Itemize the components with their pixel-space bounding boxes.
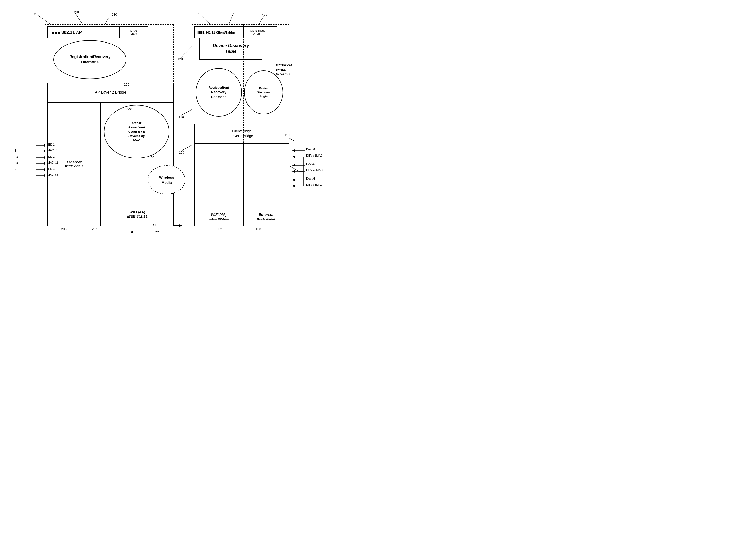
diagram: 200 201 IEEE 802.11 AP AP #1MAC 230 Regi… — [0, 0, 374, 280]
vertical-separator — [243, 24, 243, 226]
client-mac-label: Client/Bridge#1 MAC — [250, 29, 265, 36]
wifi-right-box: WIFI (4A)IEEE 802.11 — [194, 144, 243, 226]
ref-2r: 2r — [15, 167, 18, 171]
mac2-label: MAC #2 — [47, 161, 58, 164]
ref-102: 102 — [217, 227, 222, 231]
wireless-media-label: WirelessMedia — [159, 175, 174, 185]
client-bridge-layer2-box: Client/BridgeLayer 2 Bridge — [194, 124, 289, 144]
svg-marker-48 — [292, 164, 295, 167]
svg-line-1 — [75, 13, 83, 24]
wifi-left-box: List ofAssociatedClient (s) &Devices byM… — [101, 102, 174, 226]
external-wired-label: EXTERNALWIREDDEVICES — [276, 63, 293, 77]
ethernet-right-label: EthernetIEEE 802.3 — [257, 212, 275, 221]
ap-mac-label: AP #1MAC — [130, 29, 137, 36]
reg-daemons-ellipse-left: Registration/RecoveryDaemons — [53, 40, 126, 79]
reg-daemons-label-left: Registration/RecoveryDaemons — [69, 54, 111, 65]
device-discovery-table-label: Device DiscoveryTable — [213, 43, 249, 55]
ref-122: 122 — [262, 13, 267, 17]
ap-title: IEEE 802.11 AP — [50, 30, 82, 35]
ref-120: 120 — [177, 57, 183, 61]
ref-3: 3 — [15, 149, 16, 152]
list-assoc-label: List ofAssociatedClient (s) &Devices byM… — [128, 121, 145, 143]
ref-201: 201 — [74, 10, 80, 14]
device-discovery-logic-ellipse: DeviceDiscoveryLogic — [244, 70, 283, 114]
ethernet-right-box: EthernetIEEE 802.3 — [243, 144, 289, 226]
ref-130: 130 — [179, 115, 184, 119]
svg-line-21 — [202, 15, 211, 25]
ref-100: 100 — [198, 12, 204, 16]
reg-daemons-label-right: Registration/RecoveryDaemons — [208, 85, 229, 100]
ref-113: 113 — [287, 169, 293, 173]
client-bridge-layer2-label: Client/BridgeLayer 2 Bridge — [231, 129, 253, 138]
svg-marker-44 — [292, 149, 295, 152]
ref-110: 110 — [284, 133, 290, 137]
ref-30: 30 — [151, 155, 154, 159]
ied2-label: IED 2 — [47, 155, 55, 158]
client-mac-box: Client/Bridge#1 MAC — [243, 26, 272, 38]
ap-mac-box: AP #1MAC — [119, 26, 148, 38]
dev2-label: Dev #2 — [306, 163, 316, 166]
svg-marker-54 — [292, 185, 295, 187]
devmac1-label: DEV #1MAC — [306, 154, 323, 157]
svg-line-0 — [38, 15, 52, 25]
ref-200: 200 — [34, 12, 39, 16]
device-discovery-table-box: Device DiscoveryTable — [199, 38, 262, 60]
sr-label: SR — [153, 223, 157, 227]
svg-marker-42 — [130, 231, 133, 233]
svg-marker-46 — [292, 155, 295, 158]
wireless-media-ellipse: WirelessMedia — [148, 165, 186, 194]
ref-103: 103 — [256, 227, 261, 231]
wifi-right-label: WIFI (4A)IEEE 802.11 — [209, 212, 229, 221]
ied3-label: IED 3 — [47, 167, 55, 171]
device-discovery-logic-label: DeviceDiscoveryLogic — [257, 86, 271, 99]
devmac2-label: DEV #2MAC — [306, 168, 323, 172]
mac3-label: MAC #3 — [47, 173, 58, 176]
svg-line-33 — [181, 109, 192, 115]
list-assoc-ellipse: List ofAssociatedClient (s) &Devices byM… — [104, 105, 169, 158]
scc-label: SCC — [152, 231, 159, 234]
devmac3-label: DEV #3MAC — [306, 183, 323, 187]
ref-220: 220 — [126, 107, 132, 111]
ethernet-left-label: EthernetIEEE 802.3 — [65, 160, 83, 168]
ref-203: 203 — [61, 227, 67, 231]
ref-101: 101 — [231, 10, 236, 14]
mac1-label: MAC #1 — [47, 149, 58, 152]
ref-2s: 2s — [15, 155, 18, 159]
dev1-label: Dev #1 — [306, 148, 316, 151]
ref-150: 150 — [179, 151, 184, 154]
ref-3s: 3s — [15, 161, 18, 165]
svg-line-22 — [229, 13, 233, 25]
reg-daemons-ellipse-right: Registration/RecoveryDaemons — [196, 68, 242, 117]
ref-202: 202 — [92, 227, 97, 231]
ref-250: 250 — [124, 83, 129, 86]
ref-2: 2 — [15, 143, 16, 147]
ied1-label: IED 1 — [47, 143, 55, 146]
ref-3r: 3r — [15, 173, 18, 177]
svg-marker-52 — [292, 179, 295, 181]
ap-layer2-label: AP Layer 2 Bridge — [95, 90, 126, 94]
ref-230: 230 — [112, 13, 117, 16]
wifi-left-label: WIFI (4A)IEEE 802.11 — [127, 210, 148, 218]
svg-marker-40 — [179, 224, 182, 227]
ap-layer2-box: AP Layer 2 Bridge — [47, 83, 174, 102]
client-bridge-title: IEEE 802.11 Client/Bridge — [197, 30, 236, 34]
dev3-label: Dev #3 — [306, 177, 316, 180]
